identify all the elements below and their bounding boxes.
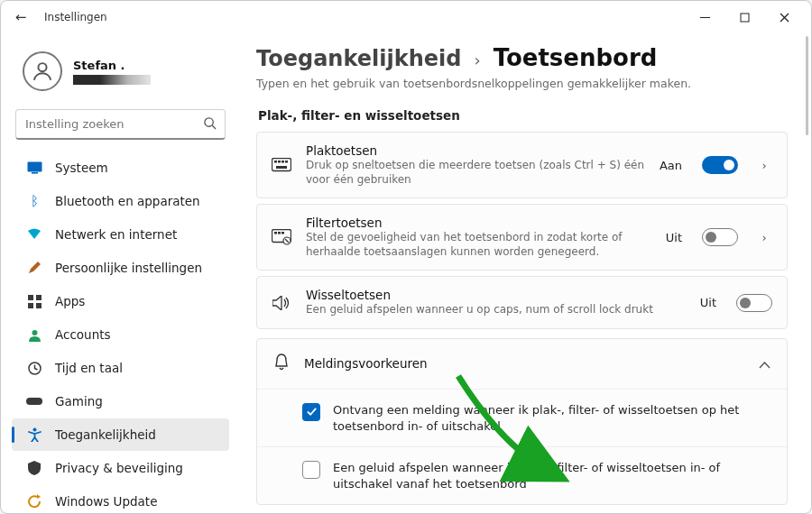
sidebar-item-label: Gaming <box>55 394 103 408</box>
row-desc: Stel de gevoeligheid van het toetsenbord… <box>306 231 653 259</box>
svg-rect-7 <box>27 162 42 172</box>
brush-icon <box>26 260 42 276</box>
row-filter-keys[interactable]: Filtertoetsen Stel de gevoeligheid van h… <box>256 204 788 271</box>
svg-rect-21 <box>285 161 288 163</box>
row-sticky-keys[interactable]: Plaktoetsen Druk op sneltoetsen die meer… <box>256 132 788 198</box>
back-button[interactable]: ← <box>8 9 33 25</box>
svg-rect-8 <box>32 172 38 174</box>
toggle-filter-keys[interactable] <box>702 228 738 246</box>
avatar <box>23 51 62 91</box>
update-icon <box>26 493 42 509</box>
toggle-state: Uit <box>666 231 682 244</box>
sidebar-item-label: Toegankelijkheid <box>55 427 156 442</box>
sidebar-item-apps[interactable]: Apps <box>12 285 229 317</box>
close-icon <box>780 13 789 23</box>
titlebar: ← Instellingen <box>1 1 811 33</box>
svg-rect-25 <box>278 232 281 234</box>
keyboard-filter-icon <box>270 229 293 245</box>
checkbox[interactable] <box>302 403 320 421</box>
expander-title: Meldingsvoorkeuren <box>304 356 744 371</box>
search-box[interactable] <box>15 109 226 140</box>
apps-icon <box>26 293 42 309</box>
checkbox[interactable] <box>302 461 320 479</box>
bell-icon <box>273 353 290 374</box>
sidebar-item-label: Windows Update <box>55 494 157 509</box>
window-title: Instellingen <box>44 11 107 23</box>
sidebar-item-time-language[interactable]: Tijd en taal <box>12 352 229 384</box>
chevron-right-icon[interactable]: › <box>756 159 772 172</box>
wifi-icon <box>26 226 42 243</box>
nav: Systeem ᛒBluetooth en apparaten Netwerk … <box>8 151 233 513</box>
sidebar-item-privacy[interactable]: Privacy & beveiliging <box>12 452 229 484</box>
main-content: Toegankelijkheid › Toetsenbord Typen en … <box>240 33 811 513</box>
notification-preferences-expander: Meldingsvoorkeuren Ontvang een melding w… <box>256 338 788 505</box>
sound-icon <box>270 296 293 310</box>
row-title: Wisseltoetsen <box>306 288 687 302</box>
scrollbar-thumb[interactable] <box>806 36 808 135</box>
row-title: Plaktoetsen <box>306 143 647 158</box>
profile-name: Stefan . <box>73 59 151 72</box>
svg-point-16 <box>32 428 36 432</box>
pref-notify-on-toggle[interactable]: Ontvang een melding wanneer ik plak-, fi… <box>257 390 787 446</box>
page-title: Toetsenbord <box>494 44 658 71</box>
expander-header[interactable]: Meldingsvoorkeuren <box>257 339 787 389</box>
toggle-sticky-keys[interactable] <box>702 156 738 174</box>
breadcrumb: Toegankelijkheid › Toetsenbord <box>256 44 788 71</box>
breadcrumb-parent[interactable]: Toegankelijkheid <box>256 46 461 71</box>
sidebar-item-network[interactable]: Netwerk en internet <box>12 218 229 251</box>
minimize-icon <box>700 13 710 23</box>
svg-point-5 <box>205 118 213 126</box>
section-label: Plak-, filter- en wisseltoetsen <box>258 108 788 123</box>
toggle-state: Aan <box>660 159 682 172</box>
checkbox-label: Ontvang een melding wanneer ik plak-, fi… <box>333 402 770 434</box>
minimize-button[interactable] <box>685 4 724 31</box>
maximize-icon <box>740 13 750 23</box>
row-toggle-keys[interactable]: Wisseltoetsen Een geluid afspelen wannee… <box>256 276 788 329</box>
chevron-right-icon[interactable]: › <box>756 231 772 244</box>
svg-rect-9 <box>28 295 33 300</box>
row-desc: Druk op sneltoetsen die meerdere toetsen… <box>306 159 647 187</box>
svg-rect-11 <box>28 303 33 308</box>
profile[interactable]: Stefan . <box>8 44 233 104</box>
svg-rect-26 <box>281 232 284 234</box>
svg-rect-17 <box>272 159 291 171</box>
person-icon <box>26 326 42 343</box>
row-title: Filtertoetsen <box>306 216 653 230</box>
display-icon <box>26 160 42 176</box>
sidebar-item-label: Bluetooth en apparaten <box>55 194 200 208</box>
sidebar-item-label: Accounts <box>55 327 111 342</box>
sidebar-item-label: Systeem <box>55 161 108 175</box>
keyboard-icon <box>270 158 293 172</box>
chevron-right-icon: › <box>474 50 480 69</box>
shield-icon <box>26 460 42 476</box>
maximize-button[interactable] <box>724 4 764 31</box>
svg-rect-10 <box>36 295 42 300</box>
checkbox-label: Een geluid afspelen wanneer ik plak-, fi… <box>333 460 770 491</box>
settings-window: ← Instellingen Stefan . <box>0 0 812 514</box>
sidebar-item-accounts[interactable]: Accounts <box>12 318 229 351</box>
search-input[interactable] <box>15 109 226 140</box>
svg-rect-22 <box>276 166 287 169</box>
svg-rect-1 <box>741 14 749 22</box>
sidebar-item-label: Netwerk en internet <box>55 227 177 242</box>
search-icon <box>203 116 217 133</box>
sidebar-item-label: Privacy & beveiliging <box>55 461 183 475</box>
sidebar-item-system[interactable]: Systeem <box>12 151 229 184</box>
sidebar-item-gaming[interactable]: Gaming <box>12 385 229 418</box>
sidebar-item-windows-update[interactable]: Windows Update <box>12 485 229 513</box>
page-subtitle: Typen en het gebruik van toetsenbordsnel… <box>256 77 788 90</box>
sidebar-item-accessibility[interactable]: Toegankelijkheid <box>12 418 229 451</box>
svg-point-13 <box>32 330 37 335</box>
pref-play-sound-on-toggle[interactable]: Een geluid afspelen wanneer ik plak-, fi… <box>257 446 787 504</box>
row-desc: Een geluid afspelen wanneer u op caps, n… <box>306 303 687 317</box>
sidebar-item-bluetooth[interactable]: ᛒBluetooth en apparaten <box>12 185 229 217</box>
close-button[interactable] <box>764 4 804 31</box>
scrollbar[interactable] <box>805 36 810 469</box>
svg-rect-24 <box>274 232 277 234</box>
toggle-state: Uit <box>700 296 716 309</box>
sidebar-item-personalization[interactable]: Persoonlijke instellingen <box>12 252 229 284</box>
svg-rect-15 <box>26 398 42 405</box>
gamepad-icon <box>26 393 42 409</box>
toggle-toggle-keys[interactable] <box>736 294 772 312</box>
accessibility-icon <box>26 427 42 443</box>
